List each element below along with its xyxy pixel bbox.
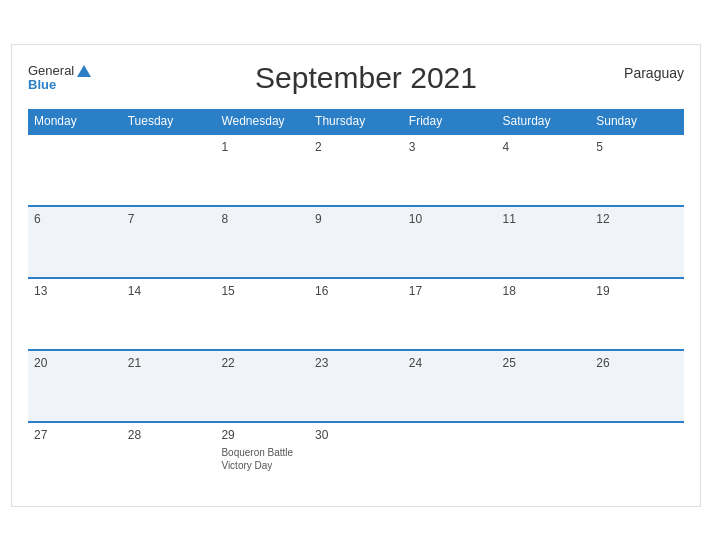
day-number: 20: [34, 356, 116, 370]
day-number: 26: [596, 356, 678, 370]
weekday-header-cell: Monday: [28, 109, 122, 134]
weekday-header-cell: Thursday: [309, 109, 403, 134]
day-number: 5: [596, 140, 678, 154]
calendar-day-cell: 16: [309, 278, 403, 350]
calendar-tbody: 1234567891011121314151617181920212223242…: [28, 134, 684, 494]
day-number: 11: [503, 212, 585, 226]
day-number: 4: [503, 140, 585, 154]
calendar-day-cell: 20: [28, 350, 122, 422]
calendar-week-row: 20212223242526: [28, 350, 684, 422]
day-number: 27: [34, 428, 116, 442]
day-number: 17: [409, 284, 491, 298]
logo-area: General Blue: [28, 63, 108, 92]
day-number: 21: [128, 356, 210, 370]
calendar-day-cell: 3: [403, 134, 497, 206]
calendar-day-cell: 21: [122, 350, 216, 422]
day-number: 19: [596, 284, 678, 298]
calendar-day-cell: 29Boqueron Battle Victory Day: [215, 422, 309, 494]
weekday-header-cell: Sunday: [590, 109, 684, 134]
calendar-day-cell: 24: [403, 350, 497, 422]
day-number: 29: [221, 428, 303, 442]
calendar-day-cell: [28, 134, 122, 206]
country-name: Paraguay: [624, 61, 684, 81]
calendar-header: General Blue September 2021 Paraguay: [28, 61, 684, 95]
calendar-day-cell: 5: [590, 134, 684, 206]
calendar-day-cell: 30: [309, 422, 403, 494]
calendar-day-cell: 10: [403, 206, 497, 278]
day-number: 24: [409, 356, 491, 370]
calendar-day-cell: 8: [215, 206, 309, 278]
weekday-header-cell: Saturday: [497, 109, 591, 134]
calendar-day-cell: 13: [28, 278, 122, 350]
day-number: 16: [315, 284, 397, 298]
calendar-day-cell: 25: [497, 350, 591, 422]
calendar-container: General Blue September 2021 Paraguay Mon…: [11, 44, 701, 507]
weekday-header-row: MondayTuesdayWednesdayThursdayFridaySatu…: [28, 109, 684, 134]
day-number: 8: [221, 212, 303, 226]
day-number: 6: [34, 212, 116, 226]
weekday-header-cell: Wednesday: [215, 109, 309, 134]
weekday-header-cell: Friday: [403, 109, 497, 134]
weekday-header-cell: Tuesday: [122, 109, 216, 134]
calendar-day-cell: 9: [309, 206, 403, 278]
calendar-day-cell: 4: [497, 134, 591, 206]
day-number: 14: [128, 284, 210, 298]
logo-triangle-icon: [76, 64, 92, 78]
day-number: 1: [221, 140, 303, 154]
calendar-day-cell: [403, 422, 497, 494]
calendar-day-cell: [122, 134, 216, 206]
day-number: 18: [503, 284, 585, 298]
calendar-day-cell: 18: [497, 278, 591, 350]
calendar-day-cell: 2: [309, 134, 403, 206]
calendar-day-cell: 14: [122, 278, 216, 350]
day-number: 13: [34, 284, 116, 298]
day-number: 10: [409, 212, 491, 226]
calendar-day-cell: 15: [215, 278, 309, 350]
day-number: 28: [128, 428, 210, 442]
svg-marker-0: [77, 65, 91, 77]
calendar-day-cell: 12: [590, 206, 684, 278]
day-number: 25: [503, 356, 585, 370]
day-number: 23: [315, 356, 397, 370]
calendar-week-row: 6789101112: [28, 206, 684, 278]
calendar-day-cell: 22: [215, 350, 309, 422]
calendar-day-cell: 6: [28, 206, 122, 278]
day-number: 2: [315, 140, 397, 154]
calendar-day-cell: 28: [122, 422, 216, 494]
calendar-day-cell: 26: [590, 350, 684, 422]
calendar-day-cell: 17: [403, 278, 497, 350]
calendar-day-cell: 23: [309, 350, 403, 422]
calendar-day-cell: 11: [497, 206, 591, 278]
day-number: 7: [128, 212, 210, 226]
calendar-thead: MondayTuesdayWednesdayThursdayFridaySatu…: [28, 109, 684, 134]
calendar-day-cell: [590, 422, 684, 494]
calendar-title: September 2021: [108, 61, 624, 95]
calendar-day-cell: 1: [215, 134, 309, 206]
day-number: 3: [409, 140, 491, 154]
calendar-week-row: 272829Boqueron Battle Victory Day30: [28, 422, 684, 494]
calendar-table: MondayTuesdayWednesdayThursdayFridaySatu…: [28, 109, 684, 494]
calendar-day-cell: 19: [590, 278, 684, 350]
logo-blue-label: Blue: [28, 77, 56, 92]
logo-general-label: General: [28, 63, 74, 78]
day-number: 15: [221, 284, 303, 298]
calendar-week-row: 13141516171819: [28, 278, 684, 350]
calendar-day-cell: 27: [28, 422, 122, 494]
holiday-name: Boqueron Battle Victory Day: [221, 446, 303, 472]
calendar-week-row: 12345: [28, 134, 684, 206]
calendar-day-cell: 7: [122, 206, 216, 278]
day-number: 12: [596, 212, 678, 226]
calendar-day-cell: [497, 422, 591, 494]
day-number: 9: [315, 212, 397, 226]
day-number: 22: [221, 356, 303, 370]
day-number: 30: [315, 428, 397, 442]
